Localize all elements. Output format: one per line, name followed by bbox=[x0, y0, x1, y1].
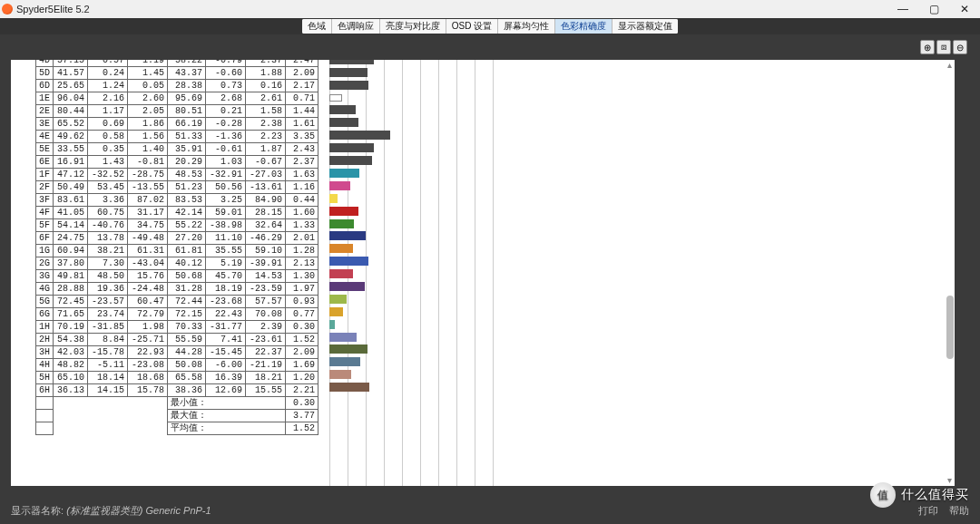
table-row: 1E96.042.162.6095.692.682.610.71 bbox=[36, 92, 318, 105]
table-row: 6D25.651.240.0528.380.730.162.17 bbox=[36, 80, 318, 92]
table-row: 6H36.1314.1515.7838.3612.6915.552.21 bbox=[36, 384, 318, 397]
delta-e-bar bbox=[329, 282, 365, 291]
tab-1[interactable]: 色调响应 bbox=[332, 19, 380, 34]
table-row: 1H70.19-31.851.9870.33-31.772.390.30 bbox=[36, 321, 318, 334]
delta-e-bar bbox=[329, 156, 372, 165]
delta-e-bar bbox=[329, 118, 358, 127]
close-button[interactable]: ✕ bbox=[949, 0, 980, 18]
table-row: 1F47.12-32.52-28.7548.53-32.91-27.031.63 bbox=[36, 169, 318, 181]
table-row: 5D41.570.241.4543.37-0.601.882.09 bbox=[36, 67, 318, 80]
maximize-button[interactable]: ▢ bbox=[918, 0, 949, 18]
table-row: 3E65.520.691.8666.19-0.282.381.61 bbox=[36, 118, 318, 131]
delta-e-bar bbox=[329, 219, 354, 228]
table-row: 5F54.14-40.7634.7555.22-38.9832.641.33 bbox=[36, 219, 318, 232]
table-row: 2H54.388.84-25.7155.597.41-23.611.52 bbox=[36, 334, 318, 346]
table-row: 4F41.0560.7531.1742.1459.0128.151.60 bbox=[36, 207, 318, 219]
watermark: 值 什么值得买 bbox=[870, 482, 969, 508]
table-row: 6G71.6523.7472.7972.1522.4370.080.77 bbox=[36, 308, 318, 321]
delta-e-bar bbox=[329, 105, 356, 114]
table-row: 2G37.807.30-43.0440.125.19-39.912.13 bbox=[36, 257, 318, 270]
tab-0[interactable]: 色域 bbox=[302, 19, 332, 34]
app-logo-icon bbox=[2, 4, 13, 15]
stats-row: 平均值：1.52 bbox=[36, 422, 318, 435]
delta-e-bar bbox=[329, 370, 351, 379]
delta-e-bar bbox=[329, 181, 350, 190]
delta-e-bar bbox=[329, 131, 390, 140]
delta-e-bar bbox=[329, 307, 343, 316]
table-row: 5E33.550.351.4035.91-0.611.872.43 bbox=[36, 143, 318, 156]
display-name: (标准监视器类型) Generic PnP-1 bbox=[66, 505, 211, 516]
delta-e-bar bbox=[329, 333, 357, 342]
watermark-text: 什么值得买 bbox=[901, 487, 969, 503]
delta-e-bar bbox=[329, 383, 369, 392]
footer: 显示器名称: (标准监视器类型) Generic PnP-1 打印 帮助 bbox=[11, 499, 969, 522]
titlebar: Spyder5Elite 5.2 — ▢ ✕ bbox=[0, 0, 980, 18]
report-canvas: ▴ 4D57.150.571.1958.22-0.792.372.475D41.… bbox=[11, 60, 955, 486]
scroll-up-arrow[interactable]: ▴ bbox=[945, 60, 954, 71]
tab-3[interactable]: OSD 设置 bbox=[446, 19, 498, 34]
delta-e-bar bbox=[329, 94, 342, 102]
delta-e-bar bbox=[329, 295, 347, 304]
zoom-toolbar: ⊕ ⧇ ⊖ bbox=[920, 40, 967, 54]
table-row: 2F50.4953.45-13.5551.2350.56-13.611.16 bbox=[36, 181, 318, 194]
zoom-in-icon[interactable]: ⊕ bbox=[920, 40, 935, 54]
minimize-button[interactable]: — bbox=[887, 0, 918, 18]
delta-e-bar bbox=[329, 143, 374, 152]
delta-e-bar bbox=[329, 231, 366, 240]
vertical-scrollbar-thumb[interactable] bbox=[946, 296, 954, 359]
delta-e-bar bbox=[329, 169, 359, 178]
delta-e-bar bbox=[329, 244, 353, 253]
delta-e-bar bbox=[329, 357, 360, 366]
table-row: 4D57.150.571.1958.22-0.792.372.47 bbox=[36, 60, 318, 67]
zoom-reset-icon[interactable]: ⧇ bbox=[936, 40, 951, 54]
tab-6[interactable]: 显示器额定值 bbox=[612, 19, 678, 34]
table-row: 1G60.9438.2161.3161.8135.5559.101.28 bbox=[36, 245, 318, 257]
window-title: Spyder5Elite 5.2 bbox=[16, 4, 90, 15]
window-controls: — ▢ ✕ bbox=[887, 0, 980, 18]
tab-strip: 色域色调响应亮度与对比度OSD 设置屏幕均匀性色彩精确度显示器额定值 bbox=[302, 19, 678, 34]
delta-e-bar bbox=[329, 81, 368, 90]
table-row: 5H65.1018.1418.6865.5816.3918.211.20 bbox=[36, 372, 318, 384]
table-row: 2E80.441.172.0580.510.211.581.44 bbox=[36, 105, 318, 118]
delta-e-bar bbox=[329, 320, 335, 329]
zoom-out-icon[interactable]: ⊖ bbox=[953, 40, 967, 54]
delta-e-bar bbox=[329, 207, 358, 216]
table-row: 6F24.7513.78-49.4827.2011.10-46.292.01 bbox=[36, 232, 318, 245]
delta-e-bar bbox=[329, 68, 368, 77]
table-row: 4E49.620.581.5651.33-1.362.233.35 bbox=[36, 131, 318, 143]
delta-e-bar bbox=[329, 60, 374, 64]
table-row: 3F83.613.3687.0283.533.2584.900.44 bbox=[36, 194, 318, 207]
table-row: 4H48.82-5.11-23.0850.08-6.00-21.191.69 bbox=[36, 359, 318, 372]
table-row: 3G49.8148.5015.7650.6845.7014.531.30 bbox=[36, 270, 318, 283]
footer-left: 显示器名称: (标准监视器类型) Generic PnP-1 bbox=[11, 504, 211, 518]
delta-e-bar bbox=[329, 194, 338, 203]
tab-2[interactable]: 亮度与对比度 bbox=[380, 19, 446, 34]
watermark-badge-icon: 值 bbox=[870, 482, 896, 508]
stats-row: 最小值：0.30 bbox=[36, 397, 318, 410]
tab-5[interactable]: 色彩精确度 bbox=[555, 19, 612, 34]
color-data-table: 4D57.150.571.1958.22-0.792.372.475D41.57… bbox=[35, 60, 318, 435]
stats-row: 最大值：3.77 bbox=[36, 410, 318, 422]
table-row: 6E16.911.43-0.8120.291.03-0.672.37 bbox=[36, 156, 318, 169]
table-row: 4G28.8819.36-24.4831.2818.19-23.591.97 bbox=[36, 283, 318, 296]
display-label: 显示器名称: bbox=[11, 505, 64, 516]
delta-e-bar bbox=[329, 257, 368, 266]
main-area: ⊕ ⧇ ⊖ ▴ 4D57.150.571.1958.22-0.792.372.4… bbox=[0, 34, 980, 524]
delta-e-bar bbox=[329, 344, 368, 354]
delta-e-bar bbox=[329, 269, 353, 278]
tab-row: 色域色调响应亮度与对比度OSD 设置屏幕均匀性色彩精确度显示器额定值 bbox=[0, 18, 980, 34]
tab-4[interactable]: 屏幕均匀性 bbox=[498, 19, 555, 34]
table-row: 5G72.45-23.5760.4772.44-23.6857.570.93 bbox=[36, 296, 318, 308]
table-row: 3H42.03-15.7822.9344.28-15.4522.372.09 bbox=[36, 346, 318, 359]
